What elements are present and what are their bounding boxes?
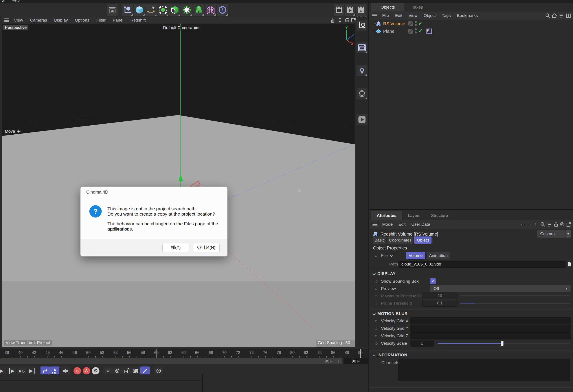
preset-dropdown-arrow[interactable]: ▼: [566, 230, 571, 238]
plane-edit-toggle[interactable]: [408, 29, 413, 34]
rs-volume-render-visibility-dot[interactable]: [415, 24, 417, 26]
dialog-no-button[interactable]: 아니요(N): [193, 243, 220, 252]
volume-builder-button[interactable]: [193, 4, 204, 16]
objects-menu-tags[interactable]: Tags: [442, 13, 451, 18]
viewport-menu-redshift[interactable]: Redshift: [130, 18, 146, 23]
gear-points-button[interactable]: [181, 4, 193, 16]
attributes-menu-edit[interactable]: Edit: [398, 222, 406, 227]
rs-volume-edit-toggle[interactable]: [408, 21, 413, 26]
attributes-target-button[interactable]: ◎: [560, 221, 564, 227]
objects-home-button[interactable]: [552, 13, 557, 18]
velocity-grid-x-input[interactable]: [410, 318, 571, 324]
viewport-menu-cameras[interactable]: Cameras: [30, 18, 47, 23]
dialog-yes-button[interactable]: 예(Y): [162, 243, 189, 252]
tab-attributes[interactable]: Attributes: [371, 211, 402, 220]
objects-menu-view[interactable]: View: [408, 13, 417, 18]
objects-menu-object[interactable]: Object: [424, 13, 436, 18]
menubar-item-help[interactable]: Help: [11, 0, 19, 3]
viewport-dolly-button[interactable]: [337, 17, 343, 23]
preset-dropdown[interactable]: Custom: [537, 230, 565, 238]
category-tab-coordinates[interactable]: Coordinates: [388, 236, 413, 244]
attributes-lock-button[interactable]: [554, 222, 559, 227]
play-from-bar-button[interactable]: ▶: [7, 366, 16, 375]
objects-menu-edit[interactable]: Edit: [395, 13, 402, 18]
file-tab-volume[interactable]: Volume: [406, 252, 425, 259]
play-preview-button[interactable]: [357, 114, 367, 125]
viewport-menu-options[interactable]: Options: [75, 18, 89, 23]
range-grip-icon[interactable]: [339, 359, 341, 363]
keyframe-settings-button[interactable]: ⚙: [91, 366, 100, 375]
file-tab-animation[interactable]: Animation: [427, 252, 450, 259]
attributes-menu-icon[interactable]: [373, 223, 377, 226]
objects-layout-button[interactable]: [566, 13, 571, 18]
autokeying-button[interactable]: A: [82, 366, 91, 375]
lens-button[interactable]: [357, 88, 367, 99]
camera-label[interactable]: Default Camera: [161, 25, 201, 31]
render-view-button[interactable]: [334, 4, 344, 16]
viewport-menu-icon[interactable]: [4, 18, 9, 22]
viewport-menu-panel[interactable]: Panel: [113, 18, 124, 23]
channels-textarea[interactable]: [398, 358, 570, 381]
file-group-label[interactable]: File: [381, 253, 388, 258]
objects-filter-button[interactable]: [559, 13, 564, 18]
diamond-icon[interactable]: ◇: [375, 334, 377, 338]
rs-volume-enabled-check[interactable]: ✓: [418, 20, 423, 26]
goto-end-button[interactable]: ▶: [27, 366, 36, 375]
play-to-next-key-button[interactable]: ▶◇: [17, 366, 26, 375]
diamond-icon[interactable]: ◇: [375, 342, 377, 345]
model-axis-tool-button[interactable]: [122, 4, 133, 16]
object-y-axis-arrow[interactable]: [179, 174, 183, 181]
play-button[interactable]: ▶: [0, 366, 6, 375]
objects-menu-icon[interactable]: [372, 14, 377, 17]
cube-primitive-button[interactable]: [134, 4, 145, 16]
symmetry-button[interactable]: [205, 4, 216, 16]
point-select-button[interactable]: [157, 4, 169, 16]
plane-tag-icon[interactable]: [426, 28, 432, 34]
path-browse-button[interactable]: [567, 262, 572, 267]
timeline-ruler[interactable]: 3840424446485052545658606264666870727476…: [0, 349, 368, 358]
tab-layers[interactable]: Layers: [403, 211, 425, 220]
tab-structure[interactable]: Structure: [426, 211, 453, 220]
object-name-plane[interactable]: Plane: [383, 29, 394, 34]
object-row-plane[interactable]: Plane ✓: [376, 28, 572, 35]
rs-volume-editor-visibility-dot[interactable]: [415, 21, 417, 23]
viewport-orbit-button[interactable]: [344, 17, 350, 23]
end-frame-input[interactable]: 90 F: [343, 358, 368, 364]
velocity-grid-y-input[interactable]: [410, 325, 571, 332]
render-view-window-button[interactable]: [357, 42, 367, 53]
keyframe-pla-button[interactable]: [140, 366, 150, 375]
category-tab-basic[interactable]: Basic: [373, 236, 386, 244]
tab-takes[interactable]: Takes: [405, 3, 430, 11]
render-settings-button[interactable]: ⚙: [356, 4, 366, 16]
keyframe-parameters-button[interactable]: [131, 366, 140, 375]
attributes-menu-userdata[interactable]: User Data: [411, 222, 430, 227]
attributes-menu-mode[interactable]: Mode: [382, 222, 393, 227]
object-name-rs-volume[interactable]: RS Volume: [383, 21, 405, 26]
timeline-playhead[interactable]: [157, 349, 157, 358]
display-section-header[interactable]: DISPLAY: [373, 271, 396, 276]
viewport-menu-filter[interactable]: Filter: [96, 18, 106, 23]
attributes-forward-button[interactable]: →: [527, 221, 532, 227]
subdivision-button[interactable]: [217, 4, 228, 16]
motion-blur-section-header[interactable]: MOTION BLUR: [373, 311, 408, 316]
viewport-pan-button[interactable]: [330, 17, 335, 23]
render-picture-viewer-button[interactable]: [345, 4, 355, 16]
attributes-filter-button[interactable]: [547, 222, 552, 227]
reset-axes-button[interactable]: [357, 20, 367, 31]
diamond-icon[interactable]: ◇: [375, 280, 377, 283]
show-bounding-box-checkbox[interactable]: ✓: [430, 278, 436, 284]
diamond-icon[interactable]: ◇: [375, 319, 377, 323]
attributes-popout-button[interactable]: [566, 222, 572, 227]
solo-animation-button[interactable]: [154, 366, 163, 375]
objects-menu-bookmarks[interactable]: Bookmarks: [457, 13, 478, 18]
sound-button[interactable]: [61, 366, 70, 375]
viewport-menu-display[interactable]: Display: [54, 18, 68, 23]
preview-dropdown[interactable]: Off ▼: [430, 285, 571, 292]
path-input[interactable]: cloud_v165_0.02.vdb: [398, 261, 566, 268]
keyframe-position-button[interactable]: [103, 366, 113, 375]
diamond-icon[interactable]: ◇: [375, 327, 377, 330]
light-button[interactable]: [357, 65, 367, 76]
archive-box-button[interactable]: [107, 4, 118, 16]
object-y-axis-line[interactable]: [180, 23, 181, 187]
attributes-search-button[interactable]: [540, 222, 545, 227]
